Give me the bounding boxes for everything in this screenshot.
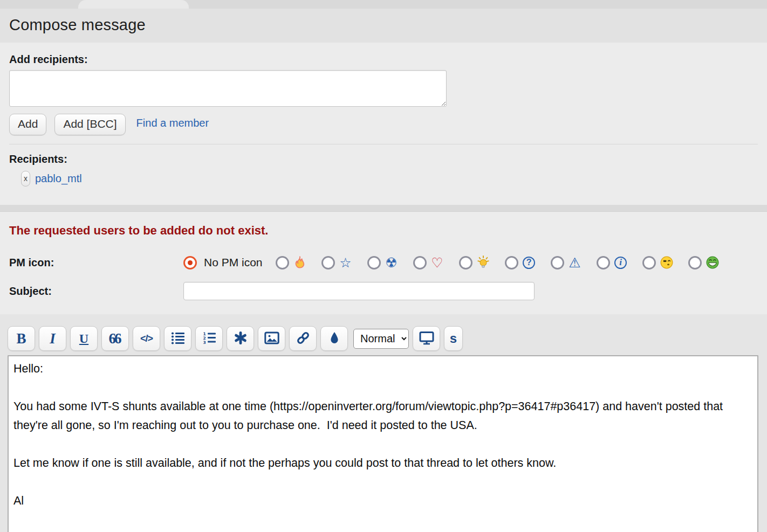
underline-icon: U bbox=[79, 331, 88, 346]
strikethrough-button[interactable]: s bbox=[444, 326, 463, 351]
error-message: The requested users to be added do not e… bbox=[9, 224, 758, 238]
grin-smiley-icon bbox=[705, 255, 720, 270]
bbcode-toolbar: B I U 66 </> 123 Normal s bbox=[8, 326, 767, 351]
fire-icon bbox=[292, 255, 307, 270]
pm-icon-label: PM icon: bbox=[9, 257, 183, 269]
pm-icon-question-radio[interactable] bbox=[505, 256, 518, 270]
message-textarea[interactable]: Hello: You had some IVT-S shunts availab… bbox=[8, 355, 758, 532]
question-icon: ? bbox=[522, 255, 537, 270]
add-button[interactable]: Add bbox=[9, 114, 46, 135]
link-button[interactable] bbox=[289, 326, 317, 351]
message-form-panel: The requested users to be added do not e… bbox=[0, 211, 767, 314]
alert-icon: ⚠ bbox=[567, 255, 583, 270]
panel-gap bbox=[0, 205, 767, 211]
recipient-row: x pablo_mtl bbox=[9, 170, 758, 203]
svg-text:3: 3 bbox=[203, 340, 206, 345]
code-button[interactable]: </> bbox=[133, 326, 160, 351]
pm-icon-info-radio[interactable] bbox=[597, 256, 610, 270]
pm-icon-star-radio[interactable] bbox=[321, 256, 335, 270]
star-icon: ☆ bbox=[338, 255, 353, 270]
pm-icon-options: No PM icon ☆ ☢ bbox=[183, 255, 720, 270]
image-button[interactable] bbox=[258, 326, 285, 351]
code-icon: </> bbox=[140, 333, 153, 344]
bulleted-list-icon bbox=[170, 331, 186, 347]
numbered-list-icon: 123 bbox=[202, 331, 217, 347]
add-recipients-label: Add recipients: bbox=[9, 53, 758, 66]
italic-button[interactable]: I bbox=[39, 326, 66, 351]
bold-icon: B bbox=[16, 330, 26, 347]
preview-button[interactable] bbox=[413, 326, 440, 351]
recipient-username-link[interactable]: pablo_mtl bbox=[35, 172, 82, 185]
underline-button[interactable]: U bbox=[70, 326, 98, 351]
strikethrough-icon: s bbox=[450, 331, 457, 346]
find-member-link[interactable]: Find a member bbox=[136, 117, 209, 129]
subject-input[interactable] bbox=[183, 282, 535, 300]
font-color-button[interactable] bbox=[320, 326, 348, 351]
top-strip bbox=[0, 0, 767, 9]
title-band: Compose message bbox=[0, 9, 767, 43]
page-title: Compose message bbox=[9, 16, 758, 34]
recipients-label: Recipients: bbox=[9, 153, 758, 165]
pm-icon-fire-radio[interactable] bbox=[276, 256, 289, 270]
info-icon: i bbox=[613, 255, 628, 270]
link-icon bbox=[296, 330, 311, 347]
pm-icon-none-radio[interactable] bbox=[183, 256, 197, 270]
add-bcc-button[interactable]: Add [BCC] bbox=[54, 114, 125, 135]
compose-panel: Compose message Add recipients: Add Add … bbox=[0, 9, 767, 205]
pm-icon-radioactive-radio[interactable] bbox=[367, 256, 381, 270]
monitor-icon bbox=[419, 331, 434, 347]
embarrassed-smiley-icon bbox=[659, 255, 674, 270]
asterisk-icon bbox=[234, 331, 248, 347]
radioactive-icon: ☢ bbox=[384, 255, 399, 270]
quote-button[interactable]: 66 bbox=[101, 326, 129, 351]
bold-button[interactable]: B bbox=[8, 326, 35, 351]
pm-icon-none-label: No PM icon bbox=[204, 256, 263, 269]
pm-icon-embarrassed-smiley-radio[interactable] bbox=[642, 256, 656, 270]
list-item-button[interactable] bbox=[227, 326, 254, 351]
pm-icon-alert-radio[interactable] bbox=[551, 256, 564, 270]
pm-icon-grin-smiley-radio[interactable] bbox=[688, 256, 702, 270]
section-divider bbox=[9, 144, 758, 144]
remove-recipient-button[interactable]: x bbox=[21, 171, 30, 186]
italic-icon: I bbox=[50, 330, 56, 347]
font-size-select[interactable]: Normal bbox=[353, 329, 409, 349]
heart-icon: ♡ bbox=[430, 255, 445, 270]
lightbulb-icon bbox=[476, 255, 491, 270]
tab-hint bbox=[78, 0, 189, 9]
bulleted-list-button[interactable] bbox=[164, 326, 191, 351]
numbered-list-button[interactable]: 123 bbox=[195, 326, 223, 351]
subject-label: Subject: bbox=[9, 285, 183, 298]
pm-icon-lightbulb-radio[interactable] bbox=[459, 256, 472, 270]
message-editor: B I U 66 </> 123 Normal s Hello: You ha bbox=[0, 314, 767, 532]
image-icon bbox=[264, 331, 279, 346]
quote-icon: 66 bbox=[109, 330, 122, 347]
pm-icon-heart-radio[interactable] bbox=[413, 256, 427, 270]
add-recipients-textarea[interactable] bbox=[9, 70, 447, 107]
droplet-icon bbox=[328, 331, 340, 346]
